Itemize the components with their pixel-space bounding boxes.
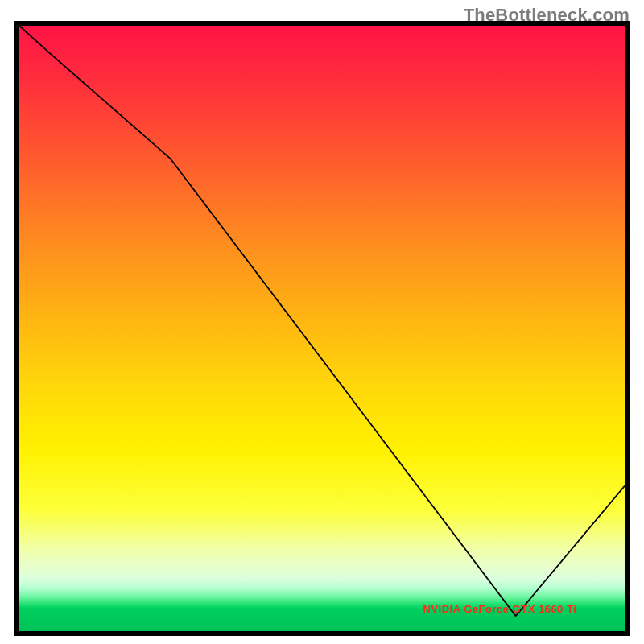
chart-container: TheBottleneck.com NVIDIA GeForce GTX 166… bbox=[0, 0, 644, 644]
optimal-gpu-label: NVIDIA GeForce GTX 1660 Ti bbox=[423, 603, 577, 615]
plot-area: NVIDIA GeForce GTX 1660 Ti bbox=[14, 21, 630, 636]
bottleneck-curve bbox=[19, 26, 625, 616]
line-plot-svg bbox=[19, 26, 625, 631]
